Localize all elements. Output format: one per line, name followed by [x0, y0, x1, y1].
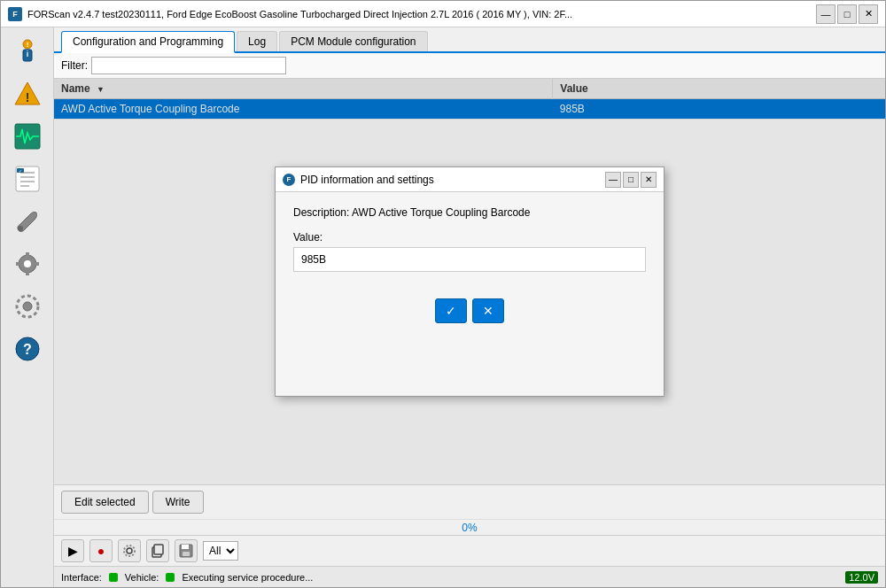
checklist-icon: ✓ [13, 165, 42, 193]
stop-icon: ● [97, 544, 105, 558]
svg-rect-30 [182, 545, 189, 549]
modal-titlebar: F PID information and settings — □ ✕ [276, 167, 664, 192]
help-icon: ? [13, 335, 42, 363]
copy-icon [151, 544, 165, 558]
modal-controls: — □ ✕ [605, 172, 657, 188]
svg-rect-20 [34, 262, 39, 266]
waveform-icon [13, 122, 42, 151]
svg-point-21 [23, 302, 32, 311]
filter-input[interactable] [91, 57, 286, 74]
modal-icon: F [283, 174, 295, 186]
tab-bar: Configuration and Programming Log PCM Mo… [54, 27, 885, 53]
filter-label: Filter: [61, 59, 88, 72]
copy-button[interactable] [146, 539, 169, 562]
tab-log[interactable]: Log [237, 31, 277, 51]
sidebar: i ! ! [1, 27, 54, 587]
svg-rect-28 [154, 545, 163, 554]
maximize-button[interactable]: □ [837, 4, 857, 24]
filter-row: Filter: [54, 53, 885, 79]
progress-text: 0% [462, 522, 477, 534]
module-icon [13, 250, 42, 278]
save-icon [179, 544, 193, 558]
info-icon: i ! [13, 37, 42, 66]
modal-close-button[interactable]: ✕ [641, 172, 657, 188]
cancel-icon: ✕ [483, 304, 494, 318]
button-bar: Edit selected Write [54, 484, 885, 519]
modal-cancel-button[interactable]: ✕ [472, 298, 504, 323]
interface-indicator [109, 573, 118, 582]
content-wrap: Name ▼ Value AWD Active Torque Coupling … [54, 79, 885, 484]
modal-titlebar-left: F PID information and settings [283, 174, 434, 186]
dtc-icon: ! [13, 80, 42, 108]
svg-point-25 [127, 548, 132, 553]
tab-configuration[interactable]: Configuration and Programming [61, 31, 235, 53]
gear-button[interactable] [118, 539, 141, 562]
svg-rect-31 [183, 552, 190, 556]
toolbar-row: ▶ ● [54, 535, 885, 566]
sidebar-item-modules[interactable] [5, 244, 50, 284]
svg-rect-18 [26, 270, 29, 275]
svg-text:i: i [26, 50, 28, 58]
svg-text:!: ! [26, 41, 28, 49]
write-button[interactable]: Write [152, 491, 204, 514]
gear-icon [122, 544, 136, 558]
svg-text:!: ! [25, 90, 29, 104]
sidebar-item-livedata[interactable] [5, 116, 50, 157]
main-window: F FORScan v2.4.7 test20230111, Ford Edge… [0, 0, 886, 588]
vehicle-label: Vehicle: [125, 572, 159, 583]
settings-icon [13, 292, 42, 321]
close-button[interactable]: ✕ [859, 4, 878, 24]
sidebar-item-help[interactable]: ? [5, 329, 50, 369]
modal-overlay: F PID information and settings — □ ✕ [54, 79, 885, 484]
app-icon: F [8, 7, 22, 21]
svg-rect-19 [16, 262, 21, 266]
progress-area: 0% [54, 519, 885, 535]
vehicle-indicator [166, 573, 175, 582]
status-bar: Interface: Vehicle: Executing service pr… [54, 566, 885, 587]
window-controls: — □ ✕ [816, 4, 878, 24]
play-button[interactable]: ▶ [61, 539, 84, 562]
interface-label: Interface: [61, 572, 102, 583]
modal-title: PID information and settings [300, 174, 434, 186]
svg-point-26 [124, 545, 135, 556]
title-bar: F FORScan v2.4.7 test20230111, Ford Edge… [1, 1, 885, 27]
filter-dropdown[interactable]: All [203, 541, 238, 561]
sidebar-item-settings[interactable] [5, 286, 50, 327]
main-layout: i ! ! [1, 27, 885, 587]
content-area: Configuration and Programming Log PCM Mo… [54, 27, 885, 587]
title-bar-left: F FORScan v2.4.7 test20230111, Ford Edge… [8, 7, 572, 21]
sidebar-item-dtc[interactable]: ! [5, 74, 50, 114]
stop-button[interactable]: ● [89, 539, 113, 562]
modal-content: Description: AWD Active Torque Coupling … [276, 192, 664, 396]
svg-point-16 [24, 260, 31, 267]
save-button[interactable] [175, 539, 198, 562]
modal-confirm-button[interactable]: ✓ [435, 298, 467, 323]
pid-modal: F PID information and settings — □ ✕ [275, 166, 664, 397]
modal-maximize-button[interactable]: □ [623, 172, 639, 188]
modal-buttons: ✓ ✕ [293, 290, 646, 332]
sidebar-item-tests[interactable]: ✓ [5, 159, 50, 199]
play-icon: ▶ [68, 544, 78, 558]
minimize-button[interactable]: — [816, 4, 835, 24]
executing-label: Executing service procedure... [182, 572, 313, 583]
modal-description: Description: AWD Active Torque Coupling … [293, 206, 646, 219]
modal-minimize-button[interactable]: — [605, 172, 621, 188]
modal-value-display: 985B [293, 247, 646, 272]
confirm-icon: ✓ [446, 304, 456, 318]
voltage-display: 12.0V [845, 571, 878, 584]
svg-rect-17 [26, 252, 29, 258]
wrench-icon [13, 207, 42, 236]
sidebar-item-info[interactable]: i ! [5, 31, 50, 72]
modal-value-label: Value: [293, 231, 646, 244]
svg-point-14 [18, 226, 23, 231]
svg-text:✓: ✓ [19, 168, 22, 174]
sidebar-item-config[interactable] [5, 201, 50, 242]
tab-pcm[interactable]: PCM Module configuration [279, 31, 427, 51]
window-title: FORScan v2.4.7 test20230111, Ford Edge E… [27, 9, 572, 19]
svg-text:?: ? [23, 342, 32, 357]
edit-selected-button[interactable]: Edit selected [61, 491, 149, 514]
